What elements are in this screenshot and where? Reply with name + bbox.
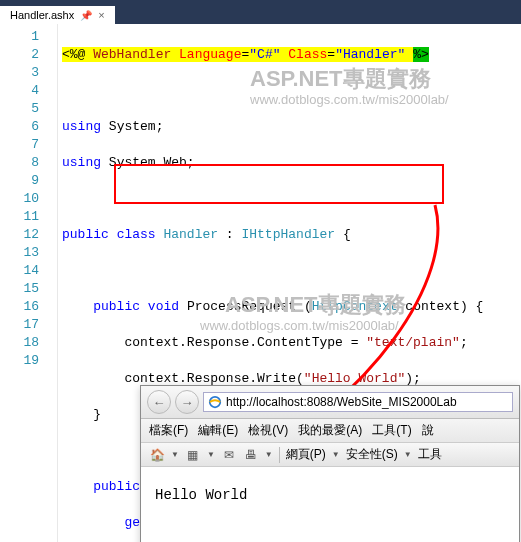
home-icon[interactable]: 🏠 <box>149 447 165 463</box>
file-tab[interactable]: Handler.ashx 📌 × <box>0 6 115 24</box>
chevron-down-icon[interactable]: ▼ <box>207 450 215 459</box>
menu-edit[interactable]: 編輯(E) <box>198 422 238 439</box>
chevron-down-icon[interactable]: ▼ <box>265 450 273 459</box>
tab-bar: Handler.ashx 📌 × <box>0 0 521 24</box>
tools-menu[interactable]: 工具 <box>418 446 442 463</box>
browser-content: Hello World <box>141 467 519 542</box>
output-text: Hello World <box>155 487 247 503</box>
feeds-icon[interactable]: ▦ <box>185 447 201 463</box>
menu-file[interactable]: 檔案(F) <box>149 422 188 439</box>
line-gutter: 12345678910111213141516171819 <box>0 24 58 542</box>
menu-favorites[interactable]: 我的最愛(A) <box>298 422 362 439</box>
menu-view[interactable]: 檢視(V) <box>248 422 288 439</box>
browser-toolbar: 🏠▼ ▦▼ ✉ 🖶▼ 網頁(P)▼ 安全性(S)▼ 工具 <box>141 443 519 467</box>
forward-button[interactable]: → <box>175 390 199 414</box>
menu-tools[interactable]: 工具(T) <box>372 422 411 439</box>
mail-icon[interactable]: ✉ <box>221 447 237 463</box>
browser-window: ← → http://localhost:8088/WebSite_MIS200… <box>140 385 520 542</box>
print-icon[interactable]: 🖶 <box>243 447 259 463</box>
ie-icon <box>208 395 222 409</box>
chevron-down-icon[interactable]: ▼ <box>171 450 179 459</box>
separator <box>279 447 280 463</box>
chevron-down-icon[interactable]: ▼ <box>332 450 340 459</box>
back-button[interactable]: ← <box>147 390 171 414</box>
address-bar[interactable]: http://localhost:8088/WebSite_MIS2000Lab <box>203 392 513 412</box>
url-text: http://localhost:8088/WebSite_MIS2000Lab <box>226 395 457 409</box>
safety-menu[interactable]: 安全性(S) <box>346 446 398 463</box>
page-menu[interactable]: 網頁(P) <box>286 446 326 463</box>
menu-help[interactable]: 說 <box>422 422 434 439</box>
pin-icon[interactable]: 📌 <box>80 10 92 21</box>
tab-label: Handler.ashx <box>10 9 74 21</box>
close-icon[interactable]: × <box>98 9 104 21</box>
browser-menu-bar: 檔案(F) 編輯(E) 檢視(V) 我的最愛(A) 工具(T) 說 <box>141 419 519 443</box>
browser-nav-bar: ← → http://localhost:8088/WebSite_MIS200… <box>141 386 519 419</box>
chevron-down-icon[interactable]: ▼ <box>404 450 412 459</box>
